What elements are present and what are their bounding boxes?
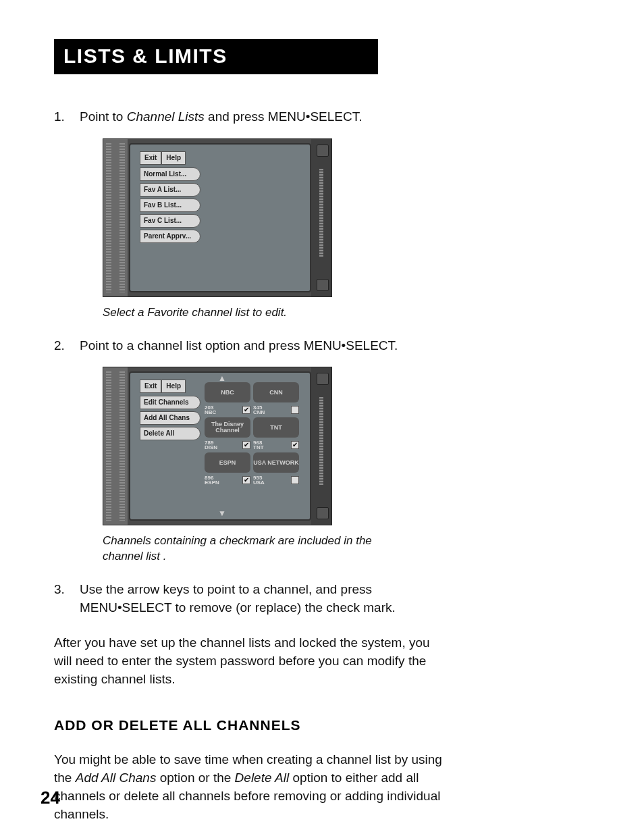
step-2-post: .	[394, 338, 398, 353]
menu-fav-c[interactable]: Fav C List...	[140, 214, 200, 228]
tv-device-1: Exit Help Normal List... Fav A List... F…	[103, 138, 332, 297]
step-1-text: Point to	[80, 109, 127, 124]
channel-number-label: 955USA	[253, 475, 289, 485]
tv-screen-1: Exit Help Normal List... Fav A List... F…	[129, 143, 311, 292]
menu-parent-apprv[interactable]: Parent Apprv...	[140, 230, 200, 243]
channel-number-label: 203NBC	[205, 405, 240, 415]
channel-checkbox[interactable]: ✔	[242, 476, 250, 484]
sub-para-em1: Add All Chans	[76, 771, 157, 785]
channel-row[interactable]: 345CNN	[253, 405, 299, 415]
tv-device-2: ▲ Exit Help Edit Channels Add All Chans …	[103, 367, 332, 525]
figure-1-caption: Select a Favorite channel list to edit.	[103, 305, 373, 321]
channel-checkbox[interactable]: ✔	[242, 406, 250, 414]
channel-logo[interactable]: USA NETWORK	[253, 452, 299, 473]
channel-checkbox[interactable]: ✔	[291, 441, 299, 449]
sub-paragraph: You might be able to save time when crea…	[54, 751, 448, 824]
figure-2: ▲ Exit Help Edit Channels Add All Chans …	[103, 367, 448, 525]
page-number: 24	[41, 787, 60, 808]
channel-logo[interactable]: ESPN	[205, 452, 250, 473]
menu-fav-a[interactable]: Fav A List...	[140, 183, 200, 197]
menu-edit-channels[interactable]: Edit Channels	[140, 396, 200, 409]
channel-number-label: 789DISN	[205, 440, 240, 450]
menu-fav-b[interactable]: Fav B List...	[140, 199, 200, 212]
menu-add-all[interactable]: Add All Chans	[140, 411, 200, 425]
subheading-add-delete: Add or Delete All Channels	[54, 717, 448, 733]
tv-knob	[317, 145, 329, 157]
step-3: Use the arrow keys to point to a channel…	[54, 581, 448, 617]
channel-number-label: 968TNT	[253, 440, 289, 450]
channel-logo[interactable]: NBC	[205, 382, 250, 402]
tv-vent-bar	[319, 169, 323, 257]
exit-tab[interactable]: Exit	[140, 151, 161, 165]
channel-number-label: 345CNN	[253, 405, 289, 415]
exit-tab[interactable]: Exit	[140, 380, 161, 393]
step-2: Point to a channel list option and press…	[54, 337, 448, 565]
after-paragraph: After you have set up the channel lists …	[54, 634, 448, 689]
sub-para-p2: option or the	[156, 771, 234, 785]
channel-row[interactable]: 955USA	[253, 475, 299, 485]
tv-right-panel	[311, 367, 331, 525]
channel-row[interactable]: 203NBC✔	[205, 405, 250, 415]
channel-row[interactable]: 789DISN✔	[205, 440, 250, 450]
tv-left-vents	[103, 139, 128, 296]
channel-logo[interactable]: The Disney Channel	[205, 417, 250, 438]
step-3-post: to remove (or replace) the check mark.	[171, 600, 396, 615]
sub-para-em2: Delete All	[235, 771, 290, 785]
help-tab[interactable]: Help	[161, 151, 186, 165]
tv-screen-2: ▲ Exit Help Edit Channels Add All Chans …	[129, 371, 311, 521]
step-1-term: Channel Lists	[127, 109, 205, 124]
figure-1: Exit Help Normal List... Fav A List... F…	[103, 138, 448, 297]
channel-checkbox[interactable]	[291, 406, 299, 414]
tv-knob	[317, 507, 329, 519]
menu-normal-list[interactable]: Normal List...	[140, 167, 200, 181]
channel-logo[interactable]: TNT	[253, 417, 299, 438]
channel-checkbox[interactable]	[291, 476, 299, 484]
tv-right-panel	[311, 139, 331, 296]
channel-number-label: 896ESPN	[205, 475, 240, 485]
step-1-cmd: MENU•SELECT	[268, 109, 358, 124]
channel-grid: NBCCNN203NBC✔345CNNThe Disney ChannelTNT…	[205, 382, 299, 485]
help-tab[interactable]: Help	[161, 380, 186, 393]
step-1: Point to Channel Lists and press MENU•SE…	[54, 108, 448, 321]
step-3-line1: Use the arrow keys to point to a channel…	[80, 582, 372, 596]
step-2-text: Point to a channel list option and press	[80, 338, 304, 353]
channel-logo[interactable]: CNN	[253, 382, 299, 402]
channel-row[interactable]: 896ESPN✔	[205, 475, 250, 485]
tv-knob	[317, 279, 329, 291]
figure-2-caption: Channels containing a checkmark are incl…	[103, 533, 373, 565]
step-3-cmd: MENU•SELECT	[80, 600, 171, 615]
channel-checkbox[interactable]: ✔	[242, 441, 250, 449]
step-1-mid: and press	[205, 109, 268, 124]
scroll-down-icon[interactable]: ▼	[218, 508, 226, 519]
tv-knob	[317, 373, 329, 385]
tv-vent-bar	[319, 397, 323, 485]
tv-left-vents	[103, 367, 128, 525]
channel-row[interactable]: 968TNT✔	[253, 440, 299, 450]
step-1-post: .	[358, 109, 362, 124]
section-header: Lists & Limits	[54, 39, 378, 74]
menu-delete-all[interactable]: Delete All	[140, 427, 200, 440]
step-2-cmd: MENU•SELECT	[304, 338, 394, 353]
